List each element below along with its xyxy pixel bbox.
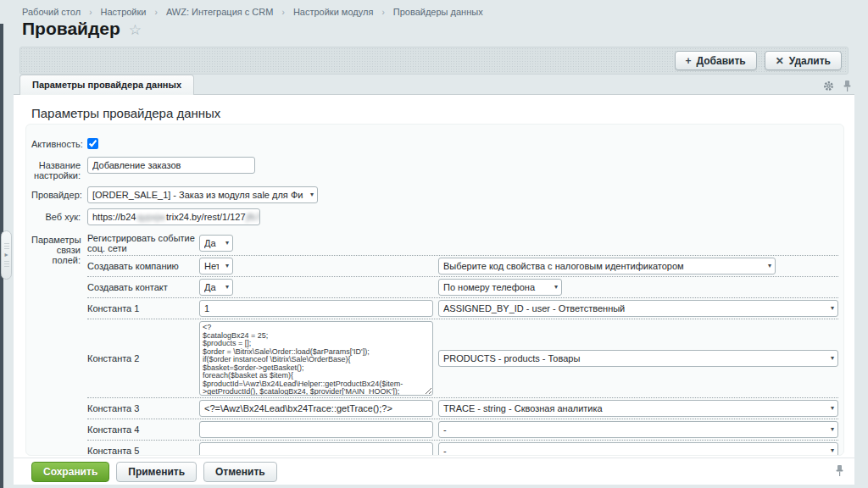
table-row: Константа 4 - ▾ [87, 419, 838, 441]
constant-1-field-select[interactable]: ASSIGNED_BY_ID - user - Ответственный [438, 300, 838, 317]
pin-icon[interactable] [835, 464, 844, 480]
save-button[interactable]: Сохранить [31, 462, 109, 482]
row-label: Константа 5 [87, 446, 199, 456]
webhook-label: Веб хук: [31, 208, 81, 222]
constant-3-input[interactable] [199, 400, 433, 417]
sidebar-expand-handle[interactable]: ▸ [1, 230, 12, 280]
form-footer: Сохранить Применить Отменить [14, 458, 854, 485]
breadcrumb-separator-icon: › [89, 8, 92, 17]
row-label: Создавать компанию [87, 261, 199, 271]
settings-gear-icon[interactable] [823, 80, 834, 92]
breadcrumb-item-desktop[interactable]: Рабочий стол [22, 7, 81, 17]
form-content: Параметры провайдера данных Активность: … [14, 95, 854, 485]
row-label: Константа 2 [87, 353, 199, 363]
breadcrumb-separator-icon: › [281, 8, 284, 17]
row-label: Константа 1 [87, 303, 199, 313]
webhook-text: trix24.by/rest/1/127 [166, 212, 246, 222]
create-company-select[interactable]: Нет [199, 258, 233, 274]
field-link-params-label: Параметры связи полей: [31, 231, 81, 265]
table-row: Создавать компанию Нет ▾ Выберите код св… [87, 256, 838, 277]
breadcrumb-item-data-providers[interactable]: Провайдеры данных [393, 7, 483, 17]
setting-name-label: Название настройки: [31, 157, 81, 180]
grip-dots [4, 261, 9, 267]
breadcrumb-item-module-settings[interactable]: Настройки модуля [293, 7, 373, 17]
favorite-star-icon[interactable]: ☆ [129, 21, 142, 39]
webhook-text: https://b24 [92, 212, 136, 222]
x-icon: ✕ [776, 55, 784, 67]
register-social-event-select[interactable]: Да [199, 235, 233, 252]
chevron-right-icon: ▸ [4, 252, 8, 258]
pin-icon[interactable] [843, 80, 852, 92]
apply-button[interactable]: Применить [116, 462, 197, 482]
redacted-text: jfb7d7ujm [247, 212, 260, 222]
breadcrumb-separator-icon: › [155, 8, 158, 17]
delete-button-label: Удалить [789, 55, 831, 67]
table-row: Константа 5 - ▾ [87, 441, 838, 456]
constant-5-field-select[interactable]: - [438, 442, 838, 456]
table-row: Регистрировать событие соц. сети Да ▾ [87, 231, 838, 256]
breadcrumb: Рабочий стол › Настройки › AWZ: Интеграц… [22, 7, 483, 17]
table-row: Константа 3 TRACE - string - Сквозная ан… [87, 398, 838, 419]
table-row: Константа 2 <? $catalogBx24 = 25; $produ… [87, 319, 838, 398]
section-title: Параметры провайдера данных [31, 106, 220, 120]
constant-2-field-select[interactable]: PRODUCTS - products - Товары [438, 350, 838, 367]
breadcrumb-item-awz-crm[interactable]: AWZ: Интеграция с CRM [166, 7, 273, 17]
cancel-button[interactable]: Отменить [203, 462, 277, 482]
breadcrumb-separator-icon: › [381, 8, 384, 17]
constant-4-input[interactable] [199, 421, 433, 438]
constant-5-input[interactable] [199, 442, 433, 456]
tax-id-property-select[interactable]: Выберите код свойства с налоговым иденти… [438, 258, 776, 274]
activity-checkbox[interactable] [87, 138, 98, 149]
provider-select[interactable]: [ORDER_SALE_1] - Заказ из модуля sale дл… [87, 186, 318, 203]
constant-2-code-textarea[interactable]: <? $catalogBx24 = 25; $products = []; $o… [199, 321, 433, 396]
webhook-input[interactable]: https://b24qypxjwtrix24.by/rest/1/127jfb… [87, 208, 260, 225]
row-label: Создавать контакт [87, 282, 199, 292]
action-toolbar: + Добавить ✕ Удалить [19, 47, 849, 75]
plus-icon: + [686, 55, 692, 67]
table-row: Константа 1 ASSIGNED_BY_ID - user - Отве… [87, 298, 838, 319]
activity-label: Активность: [31, 136, 81, 149]
setting-name-input[interactable] [87, 157, 255, 174]
row-label: Константа 3 [87, 403, 199, 413]
table-row: Создавать контакт Да ▾ По номеру телефон… [87, 277, 838, 298]
delete-button[interactable]: ✕ Удалить [765, 51, 842, 70]
add-button-label: Добавить [697, 55, 746, 67]
breadcrumb-item-settings[interactable]: Настройки [101, 7, 147, 17]
create-contact-select[interactable]: Да [199, 279, 233, 296]
constant-4-field-select[interactable]: - [438, 421, 838, 438]
contact-match-select[interactable]: По номеру телефона [438, 279, 562, 296]
redacted-text: qypxjw [136, 212, 165, 222]
grip-dots [4, 243, 9, 249]
row-label: Регистрировать событие соц. сети [87, 233, 199, 253]
field-link-table: Регистрировать событие соц. сети Да ▾ Со… [87, 231, 838, 456]
provider-label: Провайдер: [31, 186, 81, 200]
form-panel: Активность: Название настройки: Провайде… [25, 124, 844, 456]
constant-3-field-select[interactable]: TRACE - string - Сквозная аналитика [438, 400, 838, 417]
page-title: Провайдер [22, 19, 120, 39]
constant-1-input[interactable] [199, 300, 433, 317]
add-button[interactable]: + Добавить [675, 51, 757, 70]
row-label: Константа 4 [87, 424, 199, 435]
tab-provider-params[interactable]: Параметры провайдера данных [19, 75, 194, 95]
